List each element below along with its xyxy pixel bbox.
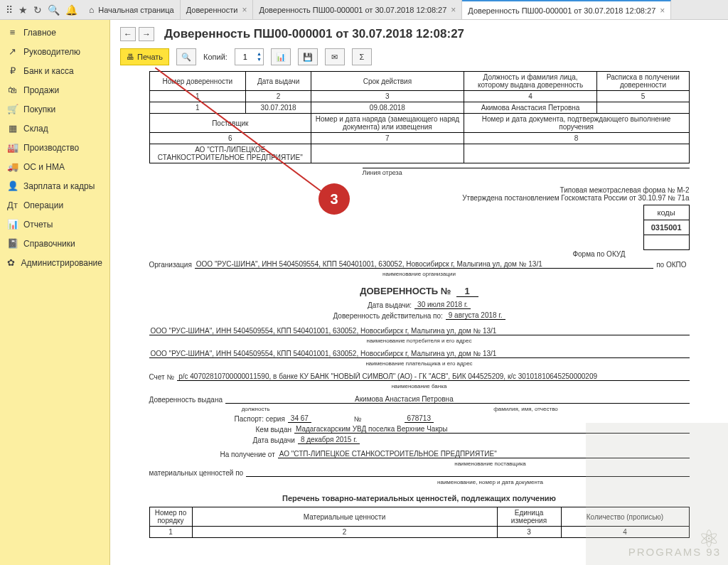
tab-label: Доверенность ПШ00-000001 от 30.07.2018 1… <box>468 6 655 15</box>
sidebar-item-label: Отчеты <box>23 220 53 230</box>
watermark: ⚛PROGRAMS 93 <box>628 532 721 558</box>
sidebar-item-label: ОС и НМА <box>23 162 65 172</box>
sidebar-item-production[interactable]: 🏭Производство <box>0 138 109 157</box>
person-icon: 👤 <box>7 181 18 191</box>
export-button[interactable]: 📊 <box>271 48 291 65</box>
callout-badge: 3 <box>318 183 350 215</box>
sidebar-item-label: Покупки <box>23 104 55 114</box>
org-label: Организация <box>149 261 195 269</box>
cart-icon: 🛒 <box>7 104 18 114</box>
sidebar-item-label: Операции <box>23 200 63 210</box>
bank-account: р/с 40702810700000011590, в банке КУ БАН… <box>177 372 689 381</box>
email-button[interactable]: ✉ <box>325 48 345 65</box>
dtkt-icon: Дт <box>7 200 18 210</box>
passport-number: 678713 <box>405 414 434 423</box>
back-button[interactable]: ← <box>120 27 136 41</box>
sidebar: ≡Главное ↗Руководителю ₽Банк и касса 🛍Пр… <box>0 20 110 565</box>
form-meta: Утверждена постановлением Госкомстата Ро… <box>149 194 690 202</box>
codes-box: коды0315001 <box>643 205 690 250</box>
tab-label: Начальная страница <box>98 6 173 14</box>
okud-label: Форма по ОКУД <box>572 250 625 258</box>
toolbar: 🖶Печать 🔍 Копий: ▲▼ 📊 💾 ✉ Σ <box>110 45 728 71</box>
close-icon[interactable]: × <box>242 5 247 15</box>
doc-header: ДОВЕРЕННОСТЬ № <box>360 286 451 296</box>
sidebar-item-manager[interactable]: ↗Руководителю <box>0 42 109 61</box>
home-icon: ⌂ <box>89 5 94 15</box>
sidebar-item-label: Продажи <box>23 85 59 95</box>
sidebar-item-label: Зарплата и кадры <box>23 181 95 191</box>
close-icon[interactable]: × <box>660 6 665 16</box>
history-icon[interactable]: ↻ <box>33 4 42 16</box>
sidebar-item-label: Производство <box>23 143 79 153</box>
passport-date: 8 декабря 2015 г. <box>298 436 360 444</box>
menu-icon: ≡ <box>7 27 18 38</box>
tab-doc2[interactable]: Доверенность ПШ00-000001 от 30.07.2018 1… <box>462 0 671 19</box>
tab-list[interactable]: Доверенности× <box>181 0 254 19</box>
issue-date: 30 июля 2018 г. <box>414 301 471 309</box>
factory-icon: 🏭 <box>7 142 18 153</box>
print-button[interactable]: 🖶Печать <box>120 48 169 65</box>
bag-icon: 🛍 <box>7 85 18 95</box>
top-bar: ⠿ ★ ↻ 🔍 🔔 ⌂Начальная страница Довереннос… <box>0 0 728 20</box>
bars-icon: 📊 <box>7 219 18 230</box>
ruble-icon: ₽ <box>7 65 18 76</box>
sum-button[interactable]: Σ <box>352 48 372 65</box>
copies-stepper[interactable]: ▲▼ <box>235 48 264 65</box>
copies-label: Копий: <box>203 53 228 61</box>
tab-home[interactable]: ⌂Начальная страница <box>83 0 181 19</box>
forward-button[interactable]: → <box>139 27 154 41</box>
copies-input[interactable] <box>235 53 255 61</box>
sidebar-item-salary[interactable]: 👤Зарплата и кадры <box>0 176 109 195</box>
sidebar-item-purchases[interactable]: 🛒Покупки <box>0 99 109 119</box>
sidebar-item-label: Главное <box>23 28 56 38</box>
tab-doc1[interactable]: Доверенность ПШ00-000001 от 30.07.2018 1… <box>253 0 462 19</box>
close-icon[interactable]: × <box>451 5 456 15</box>
sidebar-item-label: Справочники <box>23 239 75 249</box>
preview-button[interactable]: 🔍 <box>176 48 196 65</box>
sidebar-item-admin[interactable]: ✿Администрирование <box>0 253 109 272</box>
cut-line: Линия отреза <box>363 168 690 176</box>
sidebar-item-warehouse[interactable]: ▦Склад <box>0 119 109 138</box>
grid-icon: ▦ <box>7 123 18 134</box>
okpo-label: по ОКПО <box>653 261 689 269</box>
star-icon[interactable]: ★ <box>18 4 28 16</box>
tab-label: Доверенность ПШ00-000001 от 30.07.2018 1… <box>259 6 446 14</box>
printer-icon: 🖶 <box>127 53 134 61</box>
apps-icon[interactable]: ⠿ <box>6 4 13 16</box>
org-value: ООО "РУС-ШИНА", ИНН 5404509554, КПП 5404… <box>195 260 653 269</box>
payer: ООО "РУС-ШИНА", ИНН 5404509554, КПП 5404… <box>149 350 690 358</box>
logo-icon: ⚛ <box>628 532 721 546</box>
book-icon: 📓 <box>7 238 18 249</box>
sidebar-item-bank[interactable]: ₽Банк и касса <box>0 61 109 80</box>
search-icon[interactable]: 🔍 <box>48 4 60 16</box>
system-icons: ⠿ ★ ↻ 🔍 🔔 <box>0 0 83 19</box>
sidebar-item-label: Руководителю <box>23 47 80 57</box>
sidebar-item-reports[interactable]: 📊Отчеты <box>0 215 109 234</box>
sidebar-item-operations[interactable]: ДтОперации <box>0 195 109 215</box>
sidebar-item-label: Склад <box>23 124 48 134</box>
bell-icon[interactable]: 🔔 <box>65 4 77 16</box>
tabs: ⌂Начальная страница Доверенности× Довере… <box>83 0 728 19</box>
passport-series: 34 67 <box>288 414 311 423</box>
sidebar-item-sales[interactable]: 🛍Продажи <box>0 80 109 99</box>
save-button[interactable]: 💾 <box>298 48 318 65</box>
person-name: Акимова Анастасия Петровна <box>353 395 690 404</box>
chart-icon: ↗ <box>7 46 18 57</box>
sidebar-item-catalogs[interactable]: 📓Справочники <box>0 234 109 253</box>
form-meta: Типовая межотраслевая форма № М-2 <box>149 186 690 194</box>
sidebar-item-label: Администрирование <box>21 258 102 268</box>
truck-icon: 🚚 <box>7 161 18 172</box>
sidebar-item-main[interactable]: ≡Главное <box>0 23 109 42</box>
sidebar-item-label: Банк и касса <box>23 66 74 76</box>
tab-label: Доверенности <box>186 6 238 14</box>
consumer: ООО "РУС-ШИНА", ИНН 5404509554, КПП 5404… <box>149 327 690 335</box>
valid-until: 9 августа 2018 г. <box>446 311 505 320</box>
print-label: Печать <box>137 53 163 61</box>
gear-icon: ✿ <box>7 257 16 268</box>
sidebar-item-assets[interactable]: 🚚ОС и НМА <box>0 157 109 176</box>
page-title: Доверенность ПШ00-000001 от 30.07.2018 1… <box>164 27 464 41</box>
doc-number: 1 <box>456 286 478 297</box>
voucher-summary-table: Номер доверенностиДата выдачиСрок действ… <box>149 71 690 163</box>
